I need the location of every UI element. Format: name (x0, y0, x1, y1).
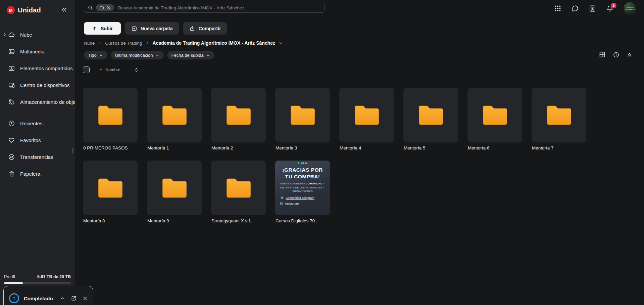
folder-tile[interactable]: Strategyquant X v.1... (211, 161, 266, 223)
new-folder-button[interactable]: Nueva carpeta (125, 22, 179, 35)
contacts-button[interactable] (589, 5, 596, 12)
grid-view-button[interactable] (599, 51, 606, 58)
chevron-right-icon (146, 41, 149, 45)
sort-direction-button[interactable] (134, 67, 139, 73)
grid-view-icon (599, 51, 606, 58)
sidebar-item-label: Nube (20, 32, 32, 38)
item-name: Mentoría 1 (147, 145, 202, 150)
sidebar-item-favoritos[interactable]: Favoritos (0, 132, 75, 148)
sidebar-item-almacenamiento-objetos[interactable]: Almacenamiento de objetos (0, 93, 75, 110)
storage-usage-label: 5.61 TB de 20 TB (37, 274, 71, 279)
sidebar-item-nube[interactable]: Nube (0, 26, 75, 43)
brand-title: Unidad (18, 6, 41, 14)
sidebar-item-label: Elementos compartidos (20, 66, 73, 71)
upload-button[interactable]: Subir (84, 22, 121, 35)
folder-icon (290, 105, 315, 125)
item-name: Mentoría 6 (467, 145, 522, 150)
folder-tile[interactable]: Mentoría 9 (147, 161, 202, 223)
folder-icon (483, 105, 507, 125)
chevron-right-icon[interactable] (3, 33, 7, 37)
toast-expand-button[interactable] (60, 296, 65, 301)
upload-complete-icon (9, 293, 19, 303)
apps-menu-button[interactable] (554, 5, 561, 12)
avatar[interactable]: CURSOS DIGITALES (624, 2, 636, 15)
open-in-new-icon (71, 295, 77, 301)
heart-icon (8, 137, 15, 144)
image-icon (8, 48, 15, 55)
apps-grid-icon (554, 5, 561, 12)
close-icon[interactable] (107, 6, 111, 10)
folder-tile[interactable]: Mentoría 7 (532, 88, 586, 150)
filter-type-chip[interactable]: Tipo (84, 51, 107, 59)
telegram-icon (280, 196, 284, 200)
item-name: Mentoría 5 (403, 145, 458, 150)
avatar-text: CURSOS DIGITALES (624, 6, 636, 11)
folder-tile[interactable]: Mentoría 2 (211, 88, 266, 150)
folder-icon (162, 178, 187, 198)
chevron-down-icon[interactable] (279, 41, 283, 45)
info-button[interactable] (613, 51, 620, 58)
preview-logo-fragment: TGL (297, 162, 308, 165)
sidebar-item-label: Almacenamiento de objetos (20, 99, 75, 105)
filter-chips: Tipo Última modificación Fecha de subida (84, 51, 214, 59)
sidebar-item-centro-dispositivos[interactable]: Centro de dispositivos (0, 77, 75, 93)
item-name: Mentoría 8 (83, 218, 138, 223)
folder-tile[interactable]: 0 PRIMEROS PASOS (83, 88, 138, 150)
breadcrumb-parent[interactable]: Cursos de Trading (105, 41, 142, 46)
folder-icon (226, 105, 251, 125)
search-scope-chip[interactable] (96, 4, 114, 11)
sidebar-item-label: Centro de dispositivos (20, 82, 70, 88)
clock-icon (8, 120, 15, 127)
folder-tile[interactable]: Mentoría 5 (403, 88, 458, 150)
folder-icon (547, 105, 572, 125)
search-bar[interactable]: Buscar Academia de Trading Algorítmico I… (84, 3, 325, 13)
filter-modified-chip[interactable]: Última modificación (111, 51, 164, 59)
toast-status-label: Completado (24, 296, 60, 301)
toast-open-panel-button[interactable] (71, 295, 77, 301)
cloud-icon (8, 31, 15, 38)
notifications-button[interactable]: 5 (606, 5, 614, 12)
sort-by-name[interactable]: Nombre (99, 68, 120, 72)
folder-tile[interactable]: Mentoría 1 (147, 88, 202, 150)
close-icon (83, 296, 88, 301)
sidebar-resize-handle[interactable] (72, 148, 74, 153)
folder-tile[interactable]: Mentoría 4 (339, 88, 394, 150)
folder-tile[interactable]: Mentoría 6 (467, 88, 522, 150)
devices-icon (8, 82, 15, 89)
transfer-toast[interactable]: Completado (3, 286, 93, 305)
folder-tile[interactable]: Mentoría 3 (275, 88, 330, 150)
folder-icon (98, 105, 123, 125)
sidebar-item-recientes[interactable]: Recientes (0, 115, 75, 132)
folder-plus-icon (131, 26, 137, 32)
filter-uploaded-chip[interactable]: Fecha de subida (167, 51, 214, 59)
folder-icon (98, 178, 123, 198)
breadcrumb-current[interactable]: Academia de Trading Algorítmico IMOX - A… (153, 40, 275, 46)
item-name: Mentoría 2 (211, 145, 266, 150)
storage-summary: Pro III 5.61 TB de 20 TB (0, 274, 75, 284)
sidebar-item-elementos-compartidos[interactable]: Elementos compartidos (0, 60, 75, 77)
collapse-sidebar-button[interactable] (61, 6, 67, 13)
breadcrumb-root[interactable]: Nube (84, 41, 95, 46)
chevron-right-icon (98, 41, 102, 45)
collapse-header-button[interactable] (627, 52, 633, 58)
toast-close-button[interactable] (83, 296, 88, 301)
breadcrumb: Nube Cursos de Trading Academia de Tradi… (84, 40, 283, 46)
sidebar-item-label: Favoritos (20, 137, 41, 143)
sidebar-item-transferencias[interactable]: Transferencias (0, 148, 75, 165)
sidebar-item-papelera[interactable]: Papelera (0, 165, 75, 182)
toolbar: Subir Nueva carpeta Compartir (84, 22, 227, 35)
storage-progress-bar (4, 282, 71, 284)
telegram-link: Comunidad Telegram (280, 196, 314, 200)
item-name: Cursos Digitales 70... (275, 218, 330, 223)
notification-badge: 5 (611, 3, 616, 8)
item-name: Strategyquant X v.1... (211, 218, 266, 223)
share-button[interactable]: Compartir (183, 22, 227, 35)
folder-icon (162, 105, 187, 125)
image-tile[interactable]: TGL ¡GRACIAS POR TU COMPRA! ÚNETE A NUES… (275, 161, 330, 223)
search-input[interactable]: Buscar Academia de Trading Algorítmico I… (118, 5, 244, 10)
folder-tile[interactable]: Mentoría 8 (83, 161, 138, 223)
chat-button[interactable] (571, 5, 579, 12)
double-chevron-up-icon (627, 52, 633, 58)
sidebar-item-multimedia[interactable]: Multimedia (0, 43, 75, 60)
select-all-checkbox[interactable] (83, 67, 90, 73)
